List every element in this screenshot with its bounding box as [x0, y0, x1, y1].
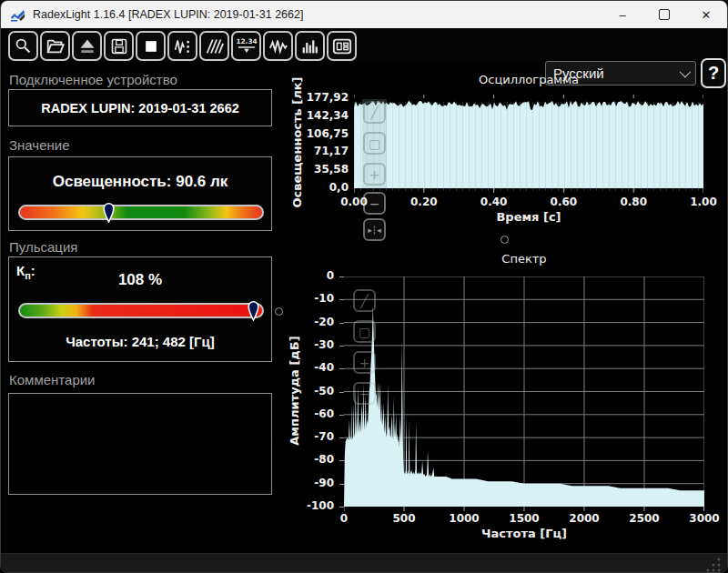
axis-tick: [339, 368, 344, 369]
tick-label: 106,75: [298, 127, 349, 140]
axis-tick: [339, 276, 344, 277]
floppy-icon: [110, 37, 128, 55]
tick-label: 3000: [677, 512, 728, 525]
pan-button[interactable]: ▢: [353, 320, 376, 343]
pulsation-box: Кп: 108 % Частоты: 241; 482 [Гц]: [8, 256, 272, 362]
tick-label: 1500: [497, 512, 551, 525]
tick-label: -40: [298, 361, 334, 374]
numeric-display-button[interactable]: 12.34: [231, 31, 261, 61]
maximize-button[interactable]: [643, 1, 685, 28]
titlebar: RadexLight 1.16.4 [RADEX LUPIN: 2019-01-…: [1, 1, 727, 28]
illuminance-marker-icon: [103, 201, 115, 223]
tick-label: -10: [298, 292, 334, 305]
tick-label: -90: [298, 477, 334, 489]
frequencies-text: Частоты: 241; 482 [Гц]: [9, 334, 271, 349]
waveform-striations: [354, 102, 703, 191]
comments-header: Комментарии: [9, 372, 95, 387]
horizontal-splitter-grip[interactable]: [500, 236, 509, 244]
illuminance-reading: Освещенность: 90.6 лк: [9, 173, 271, 191]
tick-label: -100: [298, 499, 334, 512]
tick-label: -60: [298, 407, 334, 420]
tick-label: 500: [377, 512, 431, 525]
tick-label: 35,58: [298, 163, 349, 176]
tick-label: -70: [298, 430, 334, 443]
tick-label: 0: [317, 512, 371, 525]
tick-label: 0,0: [298, 181, 349, 194]
spectrum-xlabel: Частота [Гц]: [388, 527, 661, 540]
device-name: RADEX LUPIN: 2019-01-31 2662: [9, 90, 271, 126]
oscillogram-title: Осциллограмма: [392, 73, 665, 86]
layout-view-button[interactable]: [327, 31, 357, 61]
tick-label: -50: [298, 385, 334, 397]
help-label: ?: [708, 63, 719, 84]
pulsation-marker-icon: [248, 299, 259, 321]
open-file-button[interactable]: [40, 31, 70, 61]
magnifier-icon: [14, 36, 33, 55]
stop-button[interactable]: [136, 31, 166, 61]
comments-input[interactable]: [8, 393, 272, 495]
minimize-button[interactable]: –: [602, 1, 643, 28]
close-button[interactable]: ✕: [685, 1, 727, 28]
fit-extents-button[interactable]: ▸┆◂: [363, 218, 386, 241]
connected-device-box: RADEX LUPIN: 2019-01-31 2662: [8, 89, 272, 126]
tick-label: 1.00: [676, 196, 728, 208]
statusbar: [1, 553, 727, 573]
tick-label: -80: [298, 453, 334, 466]
bars-icon: [300, 36, 319, 55]
pulsation-button[interactable]: [199, 31, 229, 61]
axis-tick: [339, 392, 344, 393]
numeric-display-label: 12.34: [236, 37, 257, 45]
vertical-splitter-grip[interactable]: [275, 307, 283, 316]
zoom-out-button[interactable]: −: [353, 382, 376, 405]
save-button[interactable]: [104, 31, 134, 61]
numeric-display-icon: 12.34: [236, 36, 258, 56]
wave-icon: [268, 36, 288, 56]
search-device-button[interactable]: [8, 31, 38, 61]
tick-label: -30: [298, 338, 334, 351]
tick-label: 0.40: [467, 196, 521, 208]
window-title: RadexLight 1.16.4 [RADEX LUPIN: 2019-01-…: [33, 8, 303, 21]
axis-tick: [339, 484, 344, 485]
stop-icon: [142, 37, 160, 55]
tick-label: 0.00: [327, 196, 381, 208]
pulsation-scale-bar: [18, 303, 264, 318]
tick-label: 0.20: [397, 196, 451, 208]
zoom-area-button[interactable]: ╱: [353, 289, 376, 312]
waveform-markers-icon: [173, 36, 192, 55]
axis-tick: [339, 507, 344, 508]
resize-grip-icon[interactable]: [705, 557, 722, 573]
comb-icon: [205, 36, 224, 55]
chevron-down-icon: [680, 66, 692, 78]
oscillogram-cursor-button[interactable]: [167, 31, 197, 61]
eject-icon: [78, 37, 96, 55]
layout-icon: [332, 36, 352, 56]
tick-label: 177,92: [298, 91, 349, 104]
read-device-button[interactable]: [72, 31, 102, 61]
tick-label: 2500: [617, 512, 672, 525]
oscillogram-xlabel: Время [с]: [392, 210, 665, 224]
tick-label: 2000: [557, 512, 612, 525]
tick-label: -20: [298, 316, 334, 328]
tick-label: 0.80: [606, 196, 661, 208]
kp-value: 108 %: [9, 271, 271, 289]
tick-label: 1000: [437, 512, 491, 525]
spectrum-view-button[interactable]: [295, 31, 325, 61]
toolbar: 12.34: [1, 28, 727, 63]
tick-label: 0.60: [536, 196, 591, 208]
illuminance-scale-bar: [18, 205, 264, 220]
tick-label: 71,17: [298, 145, 349, 157]
axis-tick: [339, 323, 344, 324]
axis-tick: [339, 415, 344, 416]
connected-device-header: Подключенное устройство: [9, 72, 177, 87]
axis-tick: [339, 346, 344, 347]
app-window: RadexLight 1.16.4 [RADEX LUPIN: 2019-01-…: [0, 0, 728, 573]
app-icon: [10, 8, 25, 22]
help-button[interactable]: ?: [701, 58, 726, 88]
zoom-in-button[interactable]: +: [353, 351, 376, 374]
tick-label: 0: [298, 269, 334, 282]
spectrum-title: Спектр: [388, 252, 661, 266]
pulsation-header: Пульсация: [9, 239, 77, 255]
maximize-icon: [659, 9, 670, 20]
tick-label: 142,34: [298, 109, 349, 122]
oscillogram-view-button[interactable]: [263, 31, 293, 61]
